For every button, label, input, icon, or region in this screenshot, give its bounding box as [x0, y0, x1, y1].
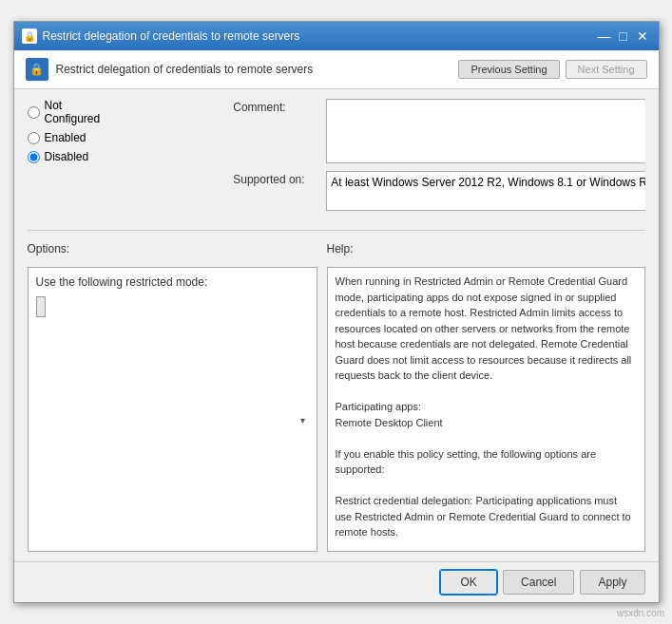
previous-setting-button[interactable]: Previous Setting	[458, 60, 559, 79]
comment-row: Comment:	[233, 99, 644, 163]
header-bar: 🔒 Restrict delegation of credentials to …	[14, 50, 659, 89]
help-para-4: If you enable this policy setting, the f…	[336, 446, 637, 478]
top-section: Not Configured Enabled Disabled Comment:	[28, 99, 645, 218]
cancel-button[interactable]: Cancel	[503, 570, 574, 595]
main-content: Not Configured Enabled Disabled Comment:	[14, 89, 659, 561]
radio-disabled[interactable]: Disabled	[28, 150, 101, 163]
close-button[interactable]: ✕	[634, 28, 651, 45]
header-left: 🔒 Restrict delegation of credentials to …	[26, 58, 314, 81]
options-header: Options:	[28, 242, 317, 255]
enabled-label: Enabled	[45, 131, 86, 144]
comment-label: Comment:	[233, 99, 318, 114]
not-configured-radio[interactable]	[28, 106, 40, 119]
divider	[28, 230, 645, 231]
options-section: Use the following restricted mode:	[28, 267, 317, 552]
help-header: Help:	[327, 242, 645, 255]
minimize-button[interactable]: —	[596, 28, 613, 45]
options-help-section: Use the following restricted mode: When …	[28, 267, 645, 552]
header-title: Restrict delegation of credentials to re…	[56, 63, 314, 76]
title-bar: 🔒 Restrict delegation of credentials to …	[14, 22, 659, 50]
help-para-5: Restrict credential delegation: Particip…	[336, 493, 637, 540]
main-window: 🔒 Restrict delegation of credentials to …	[13, 21, 660, 603]
next-setting-button[interactable]: Next Setting	[566, 60, 647, 79]
comment-textarea[interactable]	[326, 99, 644, 163]
apply-button[interactable]: Apply	[580, 570, 644, 595]
title-bar-controls: — □ ✕	[596, 28, 651, 45]
restricted-mode-dropdown[interactable]	[36, 296, 46, 317]
supported-row: Supported on:	[233, 171, 644, 211]
help-para-3: Remote Desktop Client	[336, 415, 637, 431]
header-icon: 🔒	[26, 58, 48, 81]
enabled-radio[interactable]	[28, 132, 40, 144]
header-buttons: Previous Setting Next Setting	[458, 60, 646, 79]
disabled-label: Disabled	[45, 150, 89, 163]
radio-not-configured[interactable]: Not Configured	[28, 99, 101, 125]
watermark: wsxdn.com	[617, 608, 664, 618]
radio-enabled[interactable]: Enabled	[28, 131, 101, 144]
mode-label: Use the following restricted mode:	[36, 275, 309, 289]
maximize-button[interactable]: □	[615, 28, 632, 45]
window-icon: 🔒	[22, 28, 37, 44]
right-section: Comment: Supported on:	[233, 99, 644, 218]
supported-label: Supported on:	[233, 171, 318, 186]
window-title: Restrict delegation of credentials to re…	[43, 29, 300, 43]
help-para-2: Participating apps:	[336, 399, 637, 415]
not-configured-label: Not Configured	[45, 99, 101, 125]
footer: OK Cancel Apply	[14, 561, 659, 602]
radio-group: Not Configured Enabled Disabled	[28, 99, 101, 218]
help-section: When running in Restricted Admin or Remo…	[327, 267, 645, 552]
supported-textarea	[326, 171, 644, 211]
help-para-1: When running in Restricted Admin or Remo…	[336, 274, 637, 384]
title-bar-left: 🔒 Restrict delegation of credentials to …	[22, 28, 300, 44]
section-headers: Options: Help:	[28, 242, 645, 255]
dropdown-wrapper[interactable]	[36, 296, 309, 543]
ok-button[interactable]: OK	[440, 570, 497, 595]
disabled-radio[interactable]	[28, 151, 40, 163]
help-section-label: Help:	[327, 242, 354, 255]
options-section-label: Options:	[28, 242, 70, 255]
